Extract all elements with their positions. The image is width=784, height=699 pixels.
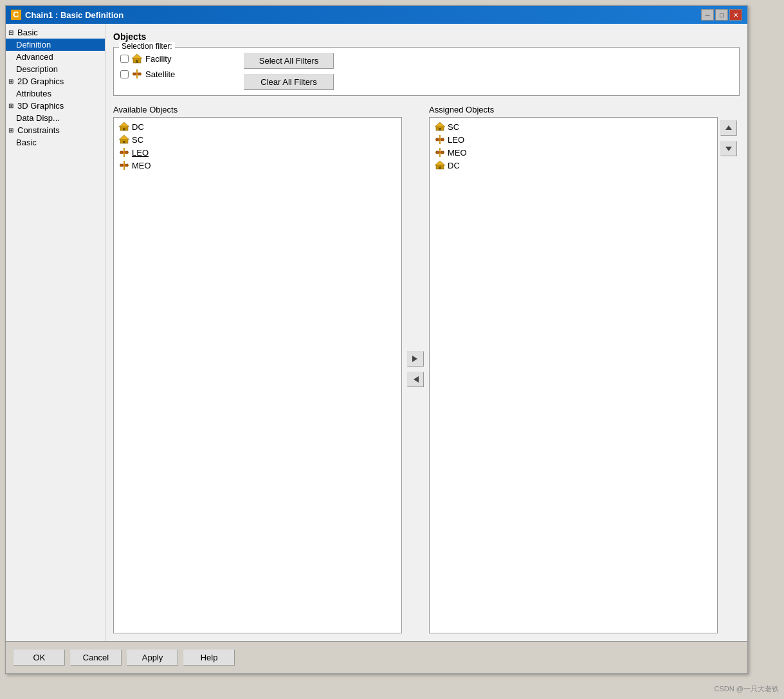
sidebar-label-attributes: Attributes — [16, 89, 51, 98]
svg-rect-18 — [120, 151, 123, 154]
window-title: Chain1 : Basic Definition — [25, 10, 123, 20]
sidebar-item-attributes[interactable]: Attributes — [6, 87, 105, 100]
list-item-label: DC — [448, 161, 460, 170]
arrow-right-icon — [411, 354, 420, 363]
svg-rect-12 — [123, 128, 125, 131]
svg-rect-30 — [439, 128, 441, 131]
close-button[interactable]: ✕ — [729, 9, 742, 21]
list-item-label: LEO — [132, 148, 149, 158]
svg-rect-8 — [138, 73, 141, 75]
clear-all-filters-button[interactable]: Clear All Filters — [244, 74, 334, 90]
list-item[interactable]: MEO — [116, 159, 399, 172]
sidebar-item-advanced[interactable]: Advanced — [6, 51, 105, 63]
list-item[interactable]: SC — [432, 120, 715, 133]
sidebar-label-basic: Basic — [17, 28, 38, 37]
svg-marker-27 — [414, 376, 419, 383]
svg-marker-29 — [435, 122, 445, 127]
list-item[interactable]: LEO — [116, 146, 399, 159]
sidebar-item-basic[interactable]: ⊟ Basic — [6, 26, 105, 39]
sidebar-item-2dgraphics[interactable]: ⊞ 2D Graphics — [6, 75, 105, 87]
sidebar-item-description[interactable]: Description — [6, 63, 105, 75]
main-content: Objects Selection filter: — [105, 24, 747, 641]
watermark: CSDN @一只大老铁 — [715, 684, 779, 694]
restore-button[interactable]: □ — [715, 9, 728, 21]
ok-button[interactable]: OK — [14, 649, 65, 666]
satellite-filter-item[interactable]: Satellite — [120, 68, 223, 80]
facility-icon — [435, 122, 445, 132]
satellite-icon — [119, 160, 129, 170]
select-all-filters-button[interactable]: Select All Filters — [244, 53, 334, 69]
help-button[interactable]: Help — [183, 649, 235, 666]
svg-rect-19 — [125, 151, 128, 154]
list-item[interactable]: DC — [116, 120, 399, 133]
minimize-button[interactable]: ─ — [701, 9, 714, 21]
list-item[interactable]: MEO — [432, 146, 715, 159]
list-item[interactable]: SC — [116, 133, 399, 146]
satellite-checkbox[interactable] — [120, 70, 129, 78]
svg-rect-38 — [436, 151, 439, 154]
list-item-label: DC — [132, 122, 144, 132]
apply-button[interactable]: Apply — [127, 649, 178, 666]
transfer-left-button[interactable] — [407, 372, 424, 387]
svg-point-35 — [439, 138, 441, 141]
svg-rect-34 — [441, 138, 444, 141]
svg-rect-24 — [125, 164, 128, 167]
satellite-icon — [435, 134, 445, 145]
svg-point-25 — [123, 164, 125, 167]
selection-filter-label: Selection filter: — [119, 42, 175, 51]
filter-row: Facility — [120, 53, 733, 90]
sidebar-label-description: Description — [16, 64, 58, 74]
sidebar-label-constraints: Constraints — [17, 125, 60, 135]
toggle-3dgraphics: ⊞ — [8, 102, 16, 109]
svg-rect-15 — [123, 141, 125, 143]
facility-filter-item[interactable]: Facility — [120, 53, 223, 64]
satellite-icon — [435, 147, 445, 158]
transfer-right-button[interactable] — [407, 351, 424, 367]
sidebar-label-3dgraphics: 3D Graphics — [17, 101, 64, 111]
sidebar-label-advanced: Advanced — [16, 52, 53, 62]
title-controls: ─ □ ✕ — [701, 9, 742, 21]
sidebar-item-3dgraphics[interactable]: ⊞ 3D Graphics — [6, 100, 105, 112]
filter-checkboxes: Facility — [120, 53, 223, 80]
svg-marker-14 — [119, 135, 129, 140]
filter-buttons: Select All Filters Clear All Filters — [244, 53, 334, 90]
satellite-icon — [119, 147, 129, 158]
svg-rect-39 — [441, 151, 444, 154]
window-body: ⊟ Basic Definition Advanced Description … — [6, 24, 747, 641]
sidebar-item-datadisp[interactable]: Data Disp... — [6, 112, 105, 124]
list-item-label: LEO — [448, 135, 464, 145]
svg-marker-42 — [435, 161, 445, 165]
move-up-button[interactable] — [720, 120, 737, 136]
svg-rect-7 — [133, 73, 136, 75]
facility-checkbox[interactable] — [120, 55, 129, 63]
sidebar-item-basic-sub[interactable]: Basic — [6, 136, 105, 149]
sidebar-label-datadisp: Data Disp... — [16, 113, 60, 123]
list-item-label: SC — [132, 135, 143, 145]
assigned-objects-title: Assigned Objects — [429, 105, 718, 114]
list-item[interactable]: DC — [432, 159, 715, 172]
sidebar-item-constraints[interactable]: ⊞ Constraints — [6, 124, 105, 136]
list-item[interactable]: LEO — [432, 133, 715, 146]
svg-rect-43 — [439, 167, 441, 169]
sidebar: ⊟ Basic Definition Advanced Description … — [6, 24, 105, 641]
svg-point-9 — [136, 73, 138, 75]
toggle-basic: ⊟ — [8, 29, 16, 36]
selection-filter-group: Selection filter: — [113, 47, 740, 96]
toggle-constraints: ⊞ — [8, 127, 16, 134]
satellite-label: Satellite — [145, 69, 175, 79]
arrow-down-icon — [725, 145, 733, 152]
bottom-bar: OK Cancel Apply Help — [6, 641, 747, 673]
title-bar-left: C Chain1 : Basic Definition — [11, 10, 123, 20]
window-icon: C — [11, 10, 21, 20]
available-objects-list[interactable]: DC SC — [113, 117, 402, 633]
cancel-button[interactable]: Cancel — [70, 649, 122, 666]
sidebar-label-2dgraphics: 2D Graphics — [17, 77, 64, 86]
move-down-button[interactable] — [720, 141, 737, 156]
svg-marker-3 — [132, 54, 142, 59]
assigned-objects-list[interactable]: SC LEO — [429, 117, 718, 633]
objects-area: Available Objects DC — [113, 105, 740, 633]
transfer-buttons — [402, 105, 429, 633]
sidebar-item-definition[interactable]: Definition — [6, 39, 105, 51]
facility-icon — [435, 160, 445, 170]
list-item-label: MEO — [448, 148, 467, 158]
